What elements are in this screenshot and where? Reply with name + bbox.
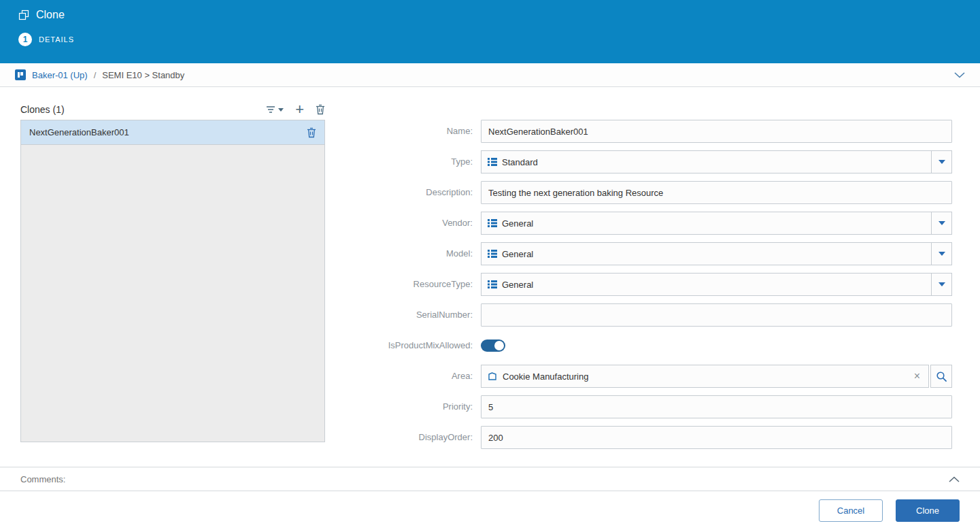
model-dropdown-button[interactable] (931, 243, 951, 265)
step-indicator[interactable]: 1 (18, 33, 32, 46)
model-label: Model: (354, 242, 473, 265)
area-label: Area: (354, 365, 473, 388)
clones-panel-title: Clones (1) (20, 104, 65, 115)
area-picker[interactable]: Cookie Manufacturing × (481, 365, 929, 388)
name-label: Name: (354, 120, 473, 143)
wizard-header: Clone 1 DETAILS (0, 0, 980, 63)
resource-type-dropdown-button[interactable] (931, 274, 951, 295)
add-clone-icon[interactable]: + (295, 104, 304, 115)
form-row-area: Area: Cookie Manufacturing × (354, 365, 952, 388)
entity-list-icon (488, 158, 497, 166)
clone-item-name: NextGenerationBaker001 (29, 127, 129, 137)
breadcrumb-separator: / (94, 70, 97, 80)
breadcrumb-entity[interactable]: Baker-01 (Up) (32, 70, 88, 80)
clone-list: NextGenerationBaker001 (20, 120, 325, 442)
form-row-description: Description: (354, 181, 952, 204)
comments-label: Comments: (20, 474, 65, 484)
main-content: Clones (1) + NextGene (0, 87, 980, 467)
form-row-priority: Priority: (354, 395, 952, 418)
entity-list-icon (488, 219, 497, 227)
description-label: Description: (354, 181, 473, 204)
vendor-dropdown-button[interactable] (931, 212, 951, 234)
resource-type-label: ResourceType: (354, 273, 473, 296)
model-dropdown[interactable]: General (481, 242, 952, 265)
delete-row-icon[interactable] (307, 127, 316, 138)
is-product-mix-allowed-toggle[interactable] (481, 339, 505, 352)
vendor-label: Vendor: (354, 212, 473, 235)
form-row-type: Type: Standard (354, 150, 952, 173)
clear-icon[interactable]: × (912, 370, 922, 382)
form-row-display-order: DisplayOrder: (354, 426, 952, 449)
type-label: Type: (354, 150, 473, 173)
type-dropdown[interactable]: Standard (481, 150, 952, 173)
form-row-resource-type: ResourceType: General (354, 273, 952, 296)
type-value: Standard (502, 157, 538, 167)
resource-icon (15, 69, 26, 80)
is-product-mix-allowed-label: IsProductMixAllowed: (354, 334, 473, 357)
delete-clone-icon[interactable] (316, 104, 325, 115)
resource-type-value: General (502, 280, 533, 290)
form-row-vendor: Vendor: General (354, 212, 952, 235)
form-row-model: Model: General (354, 242, 952, 265)
vendor-value: General (502, 218, 533, 229)
clone-button[interactable]: Clone (896, 499, 960, 522)
resource-type-dropdown[interactable]: General (481, 273, 952, 296)
cancel-button[interactable]: Cancel (819, 499, 883, 522)
form-row-is-product-mix-allowed: IsProductMixAllowed: (354, 334, 952, 357)
filter-menu-icon[interactable] (266, 105, 284, 114)
description-input[interactable] (481, 181, 952, 204)
model-value: General (502, 249, 533, 259)
area-value: Cookie Manufacturing (503, 371, 588, 382)
entity-list-icon (488, 280, 497, 288)
form-row-name: Name: (354, 120, 952, 143)
clone-icon (18, 10, 29, 20)
form-row-serial-number: SerialNumber: (354, 303, 952, 327)
area-icon (488, 371, 497, 381)
search-icon (936, 371, 947, 382)
name-input[interactable] (481, 120, 952, 143)
display-order-input[interactable] (481, 426, 952, 449)
clone-form: Name: Type: Standard Descriptio (354, 120, 960, 467)
breadcrumb-state: SEMI E10 > Standby (102, 70, 184, 80)
entity-list-icon (488, 250, 497, 258)
serial-number-input[interactable] (481, 303, 952, 327)
page-title: Clone (36, 9, 65, 21)
comments-section: Comments: (0, 467, 980, 491)
priority-input[interactable] (481, 395, 952, 418)
step-label: DETAILS (39, 35, 74, 44)
toggle-knob (494, 341, 504, 350)
action-footer: Cancel Clone (0, 491, 980, 529)
clones-panel: Clones (1) + NextGene (20, 102, 325, 467)
vendor-dropdown[interactable]: General (481, 212, 952, 235)
serial-number-label: SerialNumber: (354, 303, 473, 327)
area-search-button[interactable] (930, 365, 952, 388)
chevron-down-icon[interactable] (954, 72, 965, 78)
priority-label: Priority: (354, 395, 473, 418)
clone-list-item[interactable]: NextGenerationBaker001 (21, 120, 324, 145)
display-order-label: DisplayOrder: (354, 426, 473, 449)
breadcrumb: Baker-01 (Up) / SEMI E10 > Standby (0, 63, 980, 87)
type-dropdown-button[interactable] (931, 151, 951, 173)
chevron-up-icon[interactable] (949, 476, 960, 482)
